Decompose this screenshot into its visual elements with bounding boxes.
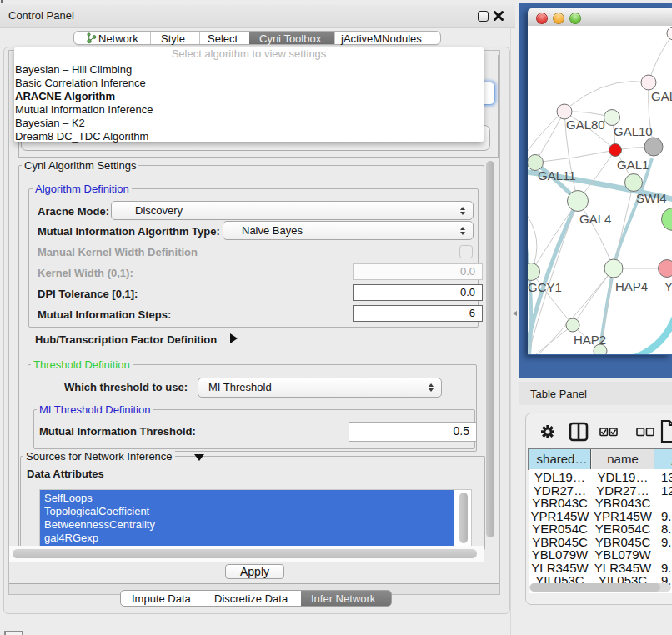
svg-text:SWI4: SWI4 [636,191,667,205]
svg-text:GAL4: GAL4 [579,212,611,226]
svg-text:GAL7: GAL7 [651,89,672,103]
svg-text:GAL1: GAL1 [617,158,649,172]
svg-text:GAL80: GAL80 [566,118,605,132]
svg-text:HAP4: HAP4 [615,279,648,293]
svg-text:Y: Y [664,279,672,293]
svg-text:GAL10: GAL10 [614,124,653,138]
svg-text:HAP2: HAP2 [574,332,606,347]
svg-text:GCY1: GCY1 [528,280,562,294]
svg-text:GAL11: GAL11 [538,168,576,182]
